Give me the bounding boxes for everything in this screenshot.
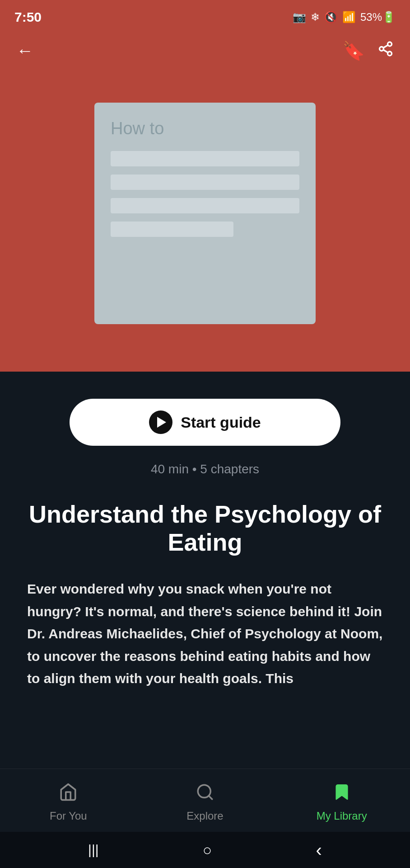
bluetooth-icon: ❄ (311, 11, 320, 24)
start-guide-label: Start guide (181, 414, 261, 431)
meta-info: 40 min • 5 chapters (151, 462, 259, 476)
svg-line-3 (383, 50, 388, 52)
wifi-icon: 📶 (342, 11, 356, 24)
bottom-nav: For You Explore My Library (0, 769, 410, 832)
nav-label-explore: Explore (186, 810, 223, 822)
header-actions: 🔖 (342, 40, 394, 61)
library-icon (332, 783, 351, 806)
header: ← 🔖 (0, 33, 410, 73)
bookmark-button[interactable]: 🔖 (342, 40, 365, 61)
nav-item-my-library[interactable]: My Library (273, 783, 410, 822)
status-icons: 📷 ❄ 🔇 📶 53%🔋 (293, 11, 396, 24)
svg-line-4 (383, 45, 388, 47)
back-button[interactable]: ← (16, 41, 33, 61)
nav-label-for-you: For You (50, 810, 87, 822)
battery-text: 53%🔋 (360, 11, 396, 24)
book-cover-line-4 (111, 222, 233, 237)
search-icon (196, 783, 214, 806)
status-bar: 7:50 📷 ❄ 🔇 📶 53%🔋 (0, 0, 410, 33)
mute-icon: 🔇 (324, 11, 338, 24)
status-time: 7:50 (14, 9, 42, 25)
nav-item-for-you[interactable]: For You (0, 783, 137, 822)
camera-icon: 📷 (293, 11, 306, 24)
play-triangle (157, 417, 166, 428)
book-cover-title: How to (111, 119, 299, 138)
book-cover-section: How to (0, 73, 410, 372)
start-guide-button[interactable]: Start guide (70, 399, 340, 446)
book-cover: How to (94, 103, 316, 324)
nav-item-explore[interactable]: Explore (137, 783, 274, 822)
play-icon (149, 410, 172, 434)
android-nav: ||| ○ ‹ (0, 832, 410, 868)
book-cover-line-1 (111, 151, 299, 166)
book-cover-line-2 (111, 175, 299, 190)
nav-label-my-library: My Library (317, 810, 367, 822)
share-button[interactable] (377, 41, 394, 61)
book-cover-line-3 (111, 198, 299, 213)
home-icon (59, 783, 78, 806)
book-description: Ever wondered why you snack when you're … (27, 578, 383, 690)
android-menu-button[interactable]: ||| (88, 842, 98, 858)
book-title: Understand the Psychology of Eating (27, 500, 383, 556)
android-back-button[interactable]: ‹ (316, 840, 322, 860)
android-home-button[interactable]: ○ (203, 841, 212, 859)
svg-line-6 (209, 796, 212, 799)
content-area: Start guide 40 min • 5 chapters Understa… (0, 372, 410, 769)
